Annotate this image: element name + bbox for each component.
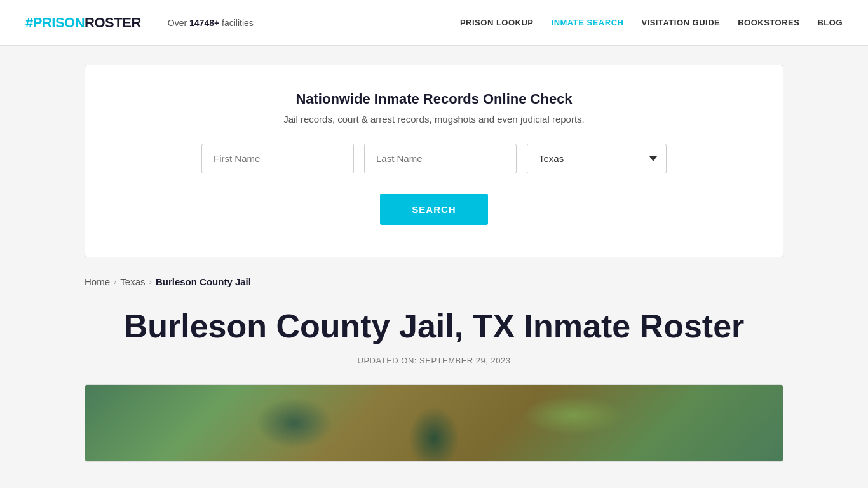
logo-hash: # — [25, 15, 33, 31]
logo-roster: ROSTER — [85, 15, 141, 31]
nav-blog[interactable]: BLOG — [817, 18, 843, 27]
bottom-card — [85, 384, 783, 462]
site-header: #PRISONROSTER Over 14748+ facilities PRI… — [0, 0, 868, 46]
facilities-count: 14748+ — [189, 18, 219, 28]
breadcrumb: Home › Texas › Burleson County Jail — [85, 276, 783, 294]
site-logo[interactable]: #PRISONROSTER — [25, 15, 141, 31]
search-section: Nationwide Inmate Records Online Check J… — [85, 65, 783, 257]
nav-bookstores[interactable]: BOOKSTORES — [738, 18, 799, 27]
search-title: Nationwide Inmate Records Online Check — [123, 91, 745, 107]
nav-visitation-guide[interactable]: VISITATION GUIDE — [641, 18, 720, 27]
logo-prison: PRISON — [33, 15, 85, 31]
last-name-input[interactable] — [364, 144, 517, 173]
main-nav: PRISON LOOKUP INMATE SEARCH VISITATION G… — [460, 18, 843, 27]
search-subtitle: Jail records, court & arrest records, mu… — [123, 114, 745, 125]
state-select[interactable]: Texas Alabama Alaska California Florida … — [527, 144, 667, 173]
first-name-input[interactable] — [201, 144, 354, 173]
nav-prison-lookup[interactable]: PRISON LOOKUP — [460, 18, 534, 27]
breadcrumb-home[interactable]: Home — [85, 276, 110, 287]
facilities-count-text: Over 14748+ facilities — [168, 18, 254, 28]
search-button[interactable]: SEARCH — [380, 194, 487, 225]
breadcrumb-state[interactable]: Texas — [120, 276, 145, 287]
page-title: Burleson County Jail, TX Inmate Roster — [85, 306, 783, 346]
breadcrumb-chevron-2: › — [149, 277, 152, 287]
map-image — [85, 385, 783, 461]
page-title-section: Burleson County Jail, TX Inmate Roster U… — [85, 306, 783, 365]
search-form: Texas Alabama Alaska California Florida … — [123, 144, 745, 225]
nav-inmate-search[interactable]: INMATE SEARCH — [552, 18, 624, 27]
breadcrumb-chevron-1: › — [114, 277, 116, 287]
updated-on: UPDATED ON: SEPTEMBER 29, 2023 — [85, 356, 783, 365]
breadcrumb-current: Burleson County Jail — [156, 276, 251, 287]
search-button-row: SEARCH — [123, 194, 745, 225]
